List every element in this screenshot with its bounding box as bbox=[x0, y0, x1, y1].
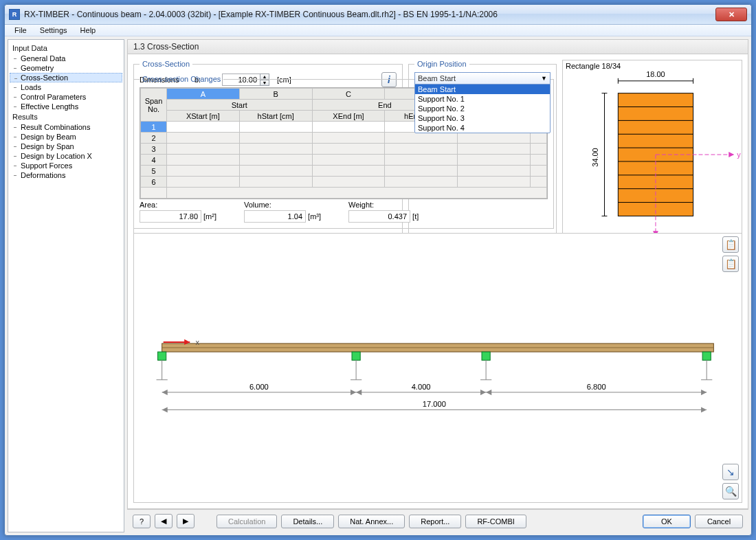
titlebar: R RX-TIMBER - Continuous beam - 2.04.000… bbox=[5, 5, 751, 25]
nat-annex-button[interactable]: Nat. Annex... bbox=[338, 515, 405, 528]
svg-text:34.00: 34.00 bbox=[591, 148, 599, 166]
menu-settings[interactable]: Settings bbox=[34, 25, 73, 36]
prev-button[interactable]: ◀ bbox=[155, 514, 173, 528]
cross-section-legend: Cross-Section bbox=[140, 60, 192, 68]
row-3[interactable]: 3 bbox=[141, 144, 167, 155]
report-button[interactable]: Report... bbox=[409, 515, 461, 528]
nav-item-general-data[interactable]: General Data bbox=[10, 54, 122, 63]
nav-item-design-by-beam[interactable]: Design by Beam bbox=[10, 132, 122, 142]
nav-item-loads[interactable]: Loads bbox=[10, 82, 122, 92]
app-icon: R bbox=[9, 9, 20, 20]
svg-marker-41 bbox=[162, 390, 168, 395]
svg-text:y: y bbox=[737, 150, 741, 159]
nav-item-design-by-span[interactable]: Design by Span bbox=[10, 142, 122, 151]
cancel-button[interactable]: Cancel bbox=[695, 515, 743, 528]
preview-title: Rectangle 18/34 bbox=[566, 62, 621, 70]
svg-marker-50 bbox=[701, 390, 707, 395]
beam-view[interactable]: 📋 📋 ↘ 🔍 x 6.000 bbox=[133, 233, 742, 503]
origin-dropdown[interactable]: Beam Start ▼ Beam Start Support No. 1 Su… bbox=[414, 72, 551, 85]
nav-item-result-combinations[interactable]: Result Combinations bbox=[10, 122, 122, 132]
svg-text:17.000: 17.000 bbox=[423, 400, 446, 408]
close-button[interactable]: ✕ bbox=[715, 8, 747, 21]
section-preview: Rectangle 18/34 [cm] 18.00 34.00 y z bbox=[562, 60, 742, 258]
nav-item-deformations[interactable]: Deformations bbox=[10, 170, 122, 180]
row-4[interactable]: 4 bbox=[141, 155, 167, 166]
calculation-button[interactable]: Calculation bbox=[216, 515, 277, 528]
col-a[interactable]: A bbox=[167, 89, 240, 100]
menu-help[interactable]: Help bbox=[75, 25, 102, 36]
svg-text:18.00: 18.00 bbox=[646, 70, 665, 78]
nav-item-design-by-location-x[interactable]: Design by Location X bbox=[10, 151, 122, 161]
nav-header-input: Input Data bbox=[10, 43, 122, 54]
volume-label: Volume: bbox=[244, 201, 321, 209]
footer: ? ◀ ▶ Calculation Details... Nat. Annex.… bbox=[127, 509, 748, 532]
window-title: RX-TIMBER - Continuous beam - 2.04.0003 … bbox=[24, 10, 715, 19]
svg-rect-37 bbox=[702, 352, 711, 360]
svg-text:4.000: 4.000 bbox=[412, 383, 431, 391]
volume-value: 1.04 bbox=[244, 210, 306, 223]
col-span-no[interactable]: Span No. bbox=[141, 89, 167, 122]
beam-zoom[interactable]: 🔍 bbox=[722, 483, 739, 499]
col-hstart: hStart [cm] bbox=[239, 111, 312, 122]
details-button[interactable]: Details... bbox=[281, 515, 334, 528]
svg-marker-18 bbox=[729, 152, 734, 157]
svg-marker-46 bbox=[480, 390, 486, 395]
beam-tool-2[interactable]: 📋 bbox=[722, 256, 739, 272]
row-2[interactable]: 2 bbox=[141, 133, 167, 144]
chevron-down-icon: ▼ bbox=[541, 75, 547, 82]
svg-marker-54 bbox=[701, 407, 707, 412]
svg-marker-49 bbox=[486, 390, 491, 395]
panel-title: 1.3 Cross-Section bbox=[127, 39, 748, 54]
summary: Area:17.80 [m²] Volume:1.04 [m³] Weight:… bbox=[140, 201, 548, 223]
beam-tool-3[interactable]: ↘ bbox=[722, 464, 739, 480]
col-c[interactable]: C bbox=[312, 89, 385, 100]
row-5[interactable]: 5 bbox=[141, 166, 167, 177]
origin-option-support-2[interactable]: Support No. 2 bbox=[415, 104, 550, 113]
origin-option-support-1[interactable]: Support No. 1 bbox=[415, 94, 550, 104]
origin-dropdown-list: Beam Start Support No. 1 Support No. 2 S… bbox=[414, 84, 551, 133]
svg-text:x: x bbox=[195, 338, 199, 346]
menubar: File Settings Help bbox=[5, 25, 751, 36]
area-label: Area: bbox=[140, 201, 216, 209]
col-b[interactable]: B bbox=[239, 89, 312, 100]
row-1[interactable]: 1 bbox=[141, 122, 167, 133]
nav-item-cross-section[interactable]: Cross-Section bbox=[10, 73, 122, 82]
origin-option-support-3[interactable]: Support No. 3 bbox=[415, 113, 550, 123]
origin-selected: Beam Start bbox=[418, 74, 456, 82]
svg-marker-42 bbox=[351, 390, 356, 395]
app-window: R RX-TIMBER - Continuous beam - 2.04.000… bbox=[4, 4, 752, 536]
svg-text:6.000: 6.000 bbox=[249, 383, 269, 391]
area-value: 17.80 bbox=[140, 210, 201, 223]
nav-item-effective-lengths[interactable]: Effective Lengths bbox=[10, 102, 122, 111]
nav-header-results: Results bbox=[10, 111, 122, 122]
ok-button[interactable]: OK bbox=[643, 515, 691, 528]
origin-option-beam-start[interactable]: Beam Start bbox=[415, 85, 550, 94]
weight-label: Weight: bbox=[348, 201, 419, 209]
svg-rect-31 bbox=[352, 352, 360, 360]
rf-combi-button[interactable]: RF-COMBI bbox=[465, 515, 526, 528]
row-6[interactable]: 6 bbox=[141, 177, 167, 188]
svg-marker-53 bbox=[162, 407, 168, 412]
nav-item-geometry[interactable]: Geometry bbox=[10, 63, 122, 73]
nav-tree: Input Data General Data Geometry Cross-S… bbox=[8, 39, 124, 532]
next-button[interactable]: ▶ bbox=[177, 514, 194, 528]
nav-item-support-forces[interactable]: Support Forces bbox=[10, 161, 122, 170]
svg-rect-28 bbox=[158, 352, 166, 360]
svg-text:6.800: 6.800 bbox=[587, 383, 606, 391]
origin-option-support-4[interactable]: Support No. 4 bbox=[415, 123, 550, 133]
changes-legend: Cross-section Changes bbox=[140, 75, 223, 83]
nav-item-control-parameters[interactable]: Control Parameters bbox=[10, 92, 122, 102]
help-button[interactable]: ? bbox=[133, 515, 151, 528]
col-xstart: XStart [m] bbox=[167, 111, 240, 122]
svg-rect-34 bbox=[482, 352, 490, 360]
menu-file[interactable]: File bbox=[9, 25, 32, 36]
beam-tool-1[interactable]: 📋 bbox=[722, 236, 739, 253]
col-start: Start bbox=[167, 100, 313, 111]
col-xend: XEnd [m] bbox=[312, 111, 385, 122]
weight-value: 0.437 bbox=[348, 210, 410, 223]
origin-legend: Origin Position bbox=[414, 60, 469, 68]
svg-marker-45 bbox=[356, 390, 362, 395]
